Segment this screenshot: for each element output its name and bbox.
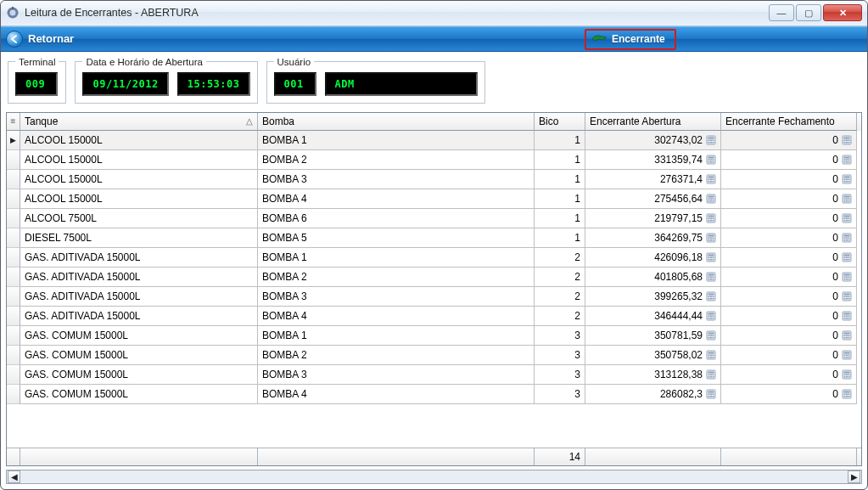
table-row[interactable]: GAS. COMUM 15000LBOMBA 13350781,590 [7,326,861,346]
titlebar[interactable]: Leitura de Encerrantes - ABERTURA — ▢ ✕ [1,1,867,26]
cell-bomba[interactable]: BOMBA 1 [258,248,535,268]
cell-abertura[interactable]: 331359,74 [585,150,721,170]
row-handle[interactable] [7,170,20,189]
cell-tanque[interactable]: GAS. ADITIVADA 15000L [20,307,258,326]
table-row[interactable]: GAS. COMUM 15000LBOMBA 33313128,380 [7,365,861,385]
table-row[interactable]: ALCOOL 7500LBOMBA 61219797,150 [7,209,861,228]
cell-bomba[interactable]: BOMBA 3 [258,365,535,385]
row-handle[interactable] [7,385,20,404]
calculator-icon[interactable] [706,252,716,262]
minimize-button[interactable]: — [769,4,794,21]
cell-fechamento[interactable]: 0 [721,268,857,287]
cell-tanque[interactable]: ALCOOL 15000L [20,170,258,189]
cell-bico[interactable]: 1 [535,131,585,150]
maximize-button[interactable]: ▢ [796,4,821,21]
cell-bomba[interactable]: BOMBA 4 [258,385,535,404]
calculator-icon[interactable] [706,350,716,360]
table-row[interactable]: ALCOOL 15000LBOMBA 21331359,740 [7,150,861,170]
calculator-icon[interactable] [842,135,852,145]
cell-bomba[interactable]: BOMBA 4 [258,307,535,326]
row-handle[interactable] [7,189,20,209]
row-handle[interactable] [7,228,20,248]
cell-bomba[interactable]: BOMBA 4 [258,189,535,209]
cell-bico[interactable]: 1 [535,150,585,170]
col-bico[interactable]: Bico [535,113,585,131]
calculator-icon[interactable] [706,272,716,282]
cell-bomba[interactable]: BOMBA 5 [258,228,535,248]
cell-fechamento[interactable]: 0 [721,189,857,209]
table-row[interactable]: GAS. COMUM 15000LBOMBA 23350758,020 [7,346,861,365]
cell-bomba[interactable]: BOMBA 1 [258,326,535,346]
row-handle[interactable] [7,209,20,228]
cell-tanque[interactable]: GAS. COMUM 15000L [20,326,258,346]
encerrante-button[interactable]: Encerrante [585,29,676,50]
cell-abertura[interactable]: 286082,3 [585,385,721,404]
cell-bico[interactable]: 3 [535,385,585,404]
col-tanque[interactable]: Tanque △ [20,113,258,131]
cell-fechamento[interactable]: 0 [721,248,857,268]
col-abertura[interactable]: Encerrante Abertura [585,113,721,131]
cell-tanque[interactable]: ALCOOL 15000L [20,150,258,170]
table-row[interactable]: DIESEL 7500LBOMBA 51364269,750 [7,228,861,248]
row-handle[interactable] [7,346,20,365]
cell-fechamento[interactable]: 0 [721,150,857,170]
calculator-icon[interactable] [706,213,716,223]
cell-tanque[interactable]: ALCOOL 15000L [20,189,258,209]
cell-fechamento[interactable]: 0 [721,170,857,189]
cell-tanque[interactable]: ALCOOL 15000L [20,131,258,150]
scroll-left-arrow-icon[interactable]: ◀ [8,470,20,483]
horizontal-scrollbar[interactable]: ◀ ▶ [6,470,862,484]
row-handle[interactable] [7,287,20,307]
calculator-icon[interactable] [842,174,852,184]
table-row[interactable]: GAS. COMUM 15000LBOMBA 43286082,30 [7,385,861,404]
calculator-icon[interactable] [706,135,716,145]
cell-fechamento[interactable]: 0 [721,209,857,228]
calculator-icon[interactable] [842,233,852,243]
cell-fechamento[interactable]: 0 [721,307,857,326]
cell-abertura[interactable]: 346444,44 [585,307,721,326]
cell-tanque[interactable]: ALCOOL 7500L [20,209,258,228]
cell-bomba[interactable]: BOMBA 6 [258,209,535,228]
calculator-icon[interactable] [842,369,852,380]
row-handle[interactable] [7,365,20,385]
cell-bico[interactable]: 1 [535,209,585,228]
cell-abertura[interactable]: 350781,59 [585,326,721,346]
calculator-icon[interactable] [706,194,716,204]
cell-bico[interactable]: 2 [535,248,585,268]
cell-tanque[interactable]: GAS. ADITIVADA 15000L [20,268,258,287]
cell-bico[interactable]: 1 [535,170,585,189]
table-row[interactable]: ALCOOL 15000LBOMBA 31276371,40 [7,170,861,189]
table-row[interactable]: GAS. ADITIVADA 15000LBOMBA 22401805,680 [7,268,861,287]
cell-bomba[interactable]: BOMBA 1 [258,131,535,150]
row-handle[interactable] [7,268,20,287]
table-row[interactable]: GAS. ADITIVADA 15000LBOMBA 12426096,180 [7,248,861,268]
cell-fechamento[interactable]: 0 [721,287,857,307]
calculator-icon[interactable] [842,389,852,399]
col-fechamento[interactable]: Encerrante Fechamento [721,113,857,131]
calculator-icon[interactable] [842,194,852,204]
calculator-icon[interactable] [706,330,716,341]
cell-fechamento[interactable]: 0 [721,385,857,404]
table-row[interactable]: GAS. ADITIVADA 15000LBOMBA 32399265,320 [7,287,861,307]
cell-abertura[interactable]: 276371,4 [585,170,721,189]
row-handle[interactable] [7,307,20,326]
calculator-icon[interactable] [842,291,852,301]
calculator-icon[interactable] [842,311,852,321]
cell-tanque[interactable]: GAS. COMUM 15000L [20,385,258,404]
calculator-icon[interactable] [706,311,716,321]
table-row[interactable]: ALCOOL 15000LBOMBA 41275456,640 [7,189,861,209]
cell-abertura[interactable]: 350758,02 [585,346,721,365]
calculator-icon[interactable] [842,272,852,282]
cell-bico[interactable]: 1 [535,228,585,248]
calculator-icon[interactable] [706,369,716,380]
cell-abertura[interactable]: 364269,75 [585,228,721,248]
cell-tanque[interactable]: GAS. COMUM 15000L [20,365,258,385]
cell-bomba[interactable]: BOMBA 2 [258,268,535,287]
cell-bico[interactable]: 1 [535,189,585,209]
calculator-icon[interactable] [842,155,852,165]
row-handle[interactable] [7,131,20,150]
row-selector-header[interactable]: ≡ [7,113,20,131]
table-row[interactable]: ALCOOL 15000LBOMBA 11302743,020 [7,131,861,150]
cell-fechamento[interactable]: 0 [721,365,857,385]
row-handle[interactable] [7,150,20,170]
